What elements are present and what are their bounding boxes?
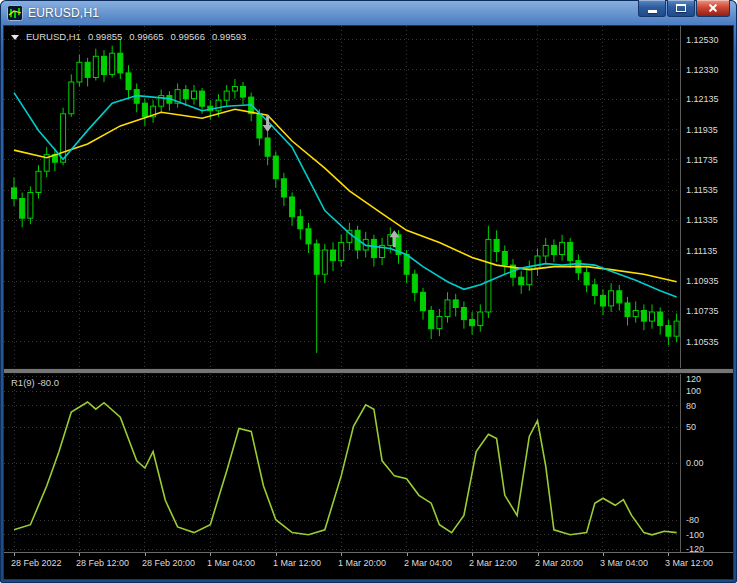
time-axis-label: 2 Mar 20:00: [535, 558, 583, 568]
maximize-button[interactable]: [667, 0, 695, 17]
symbol-dropdown-icon[interactable]: [11, 35, 19, 40]
price-axis-label: 1.11535: [686, 185, 718, 195]
price-axis-label: 1.10935: [686, 276, 719, 286]
candlestick-chart[interactable]: [4, 26, 680, 368]
indicator-axis-label: 120: [686, 374, 701, 384]
quote-high: 0.99665: [129, 31, 163, 42]
mt4-chart-window: EURUSD,H1 EURUSD,H1 0.99855 0.99665 0.99…: [0, 0, 737, 583]
time-axis-label: 28 Feb 12:00: [76, 558, 129, 568]
time-axis-tick: [538, 553, 539, 556]
indicator-axis-label: -120: [686, 544, 704, 552]
indicator-axis-label: 80: [686, 401, 696, 411]
quote-close: 0.99593: [212, 31, 246, 42]
time-axis-label: 1 Mar 04:00: [207, 558, 255, 568]
time-axis[interactable]: 28 Feb 202228 Feb 12:0028 Feb 20:001 Mar…: [4, 552, 733, 579]
chart-quote-info: EURUSD,H1 0.99855 0.99665 0.99566 0.9959…: [11, 31, 246, 42]
close-icon: [707, 2, 719, 14]
time-axis-tick: [276, 553, 277, 556]
price-axis-label: 1.10735: [686, 306, 719, 316]
maximize-icon: [676, 4, 686, 12]
minimize-icon: [648, 10, 657, 13]
indicator-axis-label: -100: [686, 530, 704, 540]
window-controls: [638, 0, 730, 17]
window-title: EURUSD,H1: [28, 6, 99, 20]
indicator-axis-label: 100: [686, 386, 701, 396]
time-axis-tick: [145, 553, 146, 556]
time-axis-label: 28 Feb 2022: [11, 558, 62, 568]
time-axis-label: 28 Feb 20:00: [142, 558, 195, 568]
time-axis-label: 2 Mar 12:00: [469, 558, 517, 568]
price-axis-label: 1.10535: [686, 337, 719, 347]
minimize-button[interactable]: [638, 0, 666, 17]
time-axis-tick: [341, 553, 342, 556]
quote-low: 0.99566: [171, 31, 205, 42]
time-axis-label: 1 Mar 20:00: [338, 558, 386, 568]
app-icon: [7, 5, 23, 21]
indicator-axis[interactable]: 12010080500.00-80-100-120: [680, 374, 733, 552]
price-axis-label: 1.11735: [686, 155, 718, 165]
titlebar[interactable]: EURUSD,H1: [0, 0, 737, 26]
price-axis-label: 1.11135: [686, 246, 717, 256]
price-axis-label: 1.12330: [686, 65, 719, 75]
oscillator-chart[interactable]: [4, 374, 680, 552]
time-axis-label: 3 Mar 12:00: [665, 558, 713, 568]
time-axis-label: 3 Mar 04:00: [600, 558, 648, 568]
time-axis-label: 2 Mar 04:00: [404, 558, 452, 568]
price-axis-label: 1.11935: [686, 125, 718, 135]
price-axis-label: 1.12530: [686, 35, 719, 45]
time-axis-tick: [668, 553, 669, 556]
close-button[interactable]: [696, 0, 730, 17]
price-axis[interactable]: 1.125301.123301.121351.119351.117351.115…: [680, 26, 733, 368]
time-axis-tick: [472, 553, 473, 556]
indicator-axis-label: 0.00: [686, 458, 704, 468]
indicator-label: R1(9) -80.0: [11, 377, 59, 388]
price-pane[interactable]: EURUSD,H1 0.99855 0.99665 0.99566 0.9959…: [4, 26, 680, 368]
chart-area: EURUSD,H1 0.99855 0.99665 0.99566 0.9959…: [4, 26, 733, 579]
time-axis-tick: [79, 553, 80, 556]
time-axis-tick: [603, 553, 604, 556]
symbol-label: EURUSD,H1: [26, 31, 81, 42]
time-axis-label: 1 Mar 12:00: [273, 558, 321, 568]
time-axis-tick: [14, 553, 15, 556]
price-axis-label: 1.11335: [686, 215, 718, 225]
indicator-pane[interactable]: R1(9) -80.0: [4, 374, 680, 552]
price-axis-label: 1.12135: [686, 94, 719, 104]
indicator-axis-label: 50: [686, 422, 696, 432]
quote-open: 0.99855: [88, 31, 122, 42]
time-axis-tick: [407, 553, 408, 556]
indicator-axis-label: -80: [686, 515, 699, 525]
time-axis-tick: [210, 553, 211, 556]
